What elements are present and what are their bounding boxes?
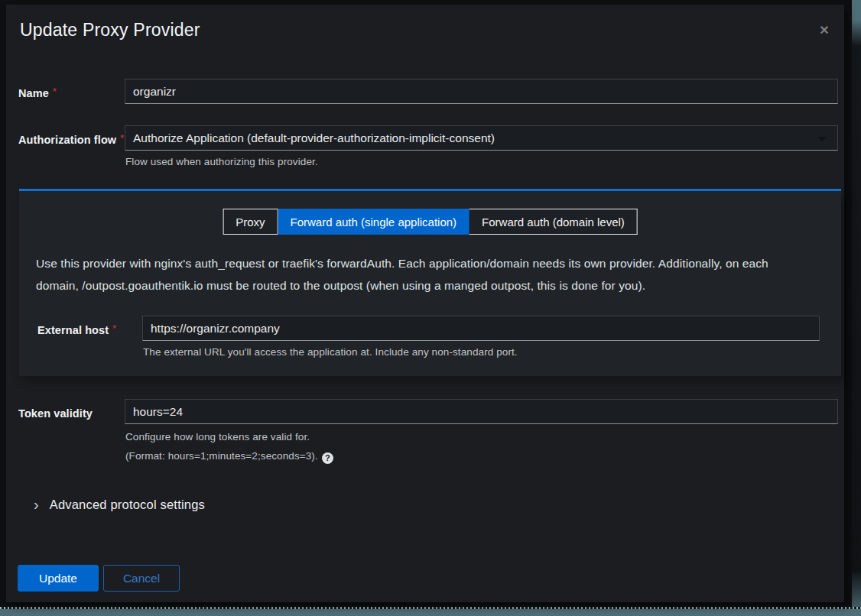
- token-validity-help-line2: (Format: hours=1;minutes=2;seconds=3).?: [125, 450, 333, 464]
- external-host-label-text: External host: [37, 324, 109, 336]
- authorization-flow-help: Flow used when authorizing this provider…: [125, 156, 318, 167]
- authorization-flow-select[interactable]: Authorize Application (default-provider-…: [125, 125, 838, 151]
- external-host-help: The external URL you'll access the appli…: [143, 346, 518, 358]
- external-host-input[interactable]: [142, 316, 820, 341]
- name-label: Name*: [18, 87, 57, 99]
- authorization-flow-label-text: Authorization flow: [18, 134, 116, 146]
- forward-auth-description: Use this provider with nginx's auth_requ…: [36, 252, 793, 297]
- name-label-text: Name: [18, 87, 49, 99]
- name-input[interactable]: [125, 79, 838, 104]
- token-validity-input[interactable]: [125, 399, 838, 424]
- screenshot-frame: Update Proxy Provider ✕ Name* Authorizat…: [0, 0, 861, 616]
- update-proxy-provider-modal: Update Proxy Provider ✕ Name* Authorizat…: [6, 5, 844, 602]
- token-validity-format-text: (Format: hours=1;minutes=2;seconds=3).: [125, 450, 318, 462]
- mode-toggle-proxy[interactable]: Proxy: [223, 209, 278, 235]
- question-circle-icon[interactable]: ?: [322, 452, 333, 464]
- close-icon[interactable]: ✕: [817, 23, 832, 38]
- required-asterisk: *: [120, 133, 124, 144]
- chevron-right-icon: ›: [34, 497, 39, 512]
- proxy-mode-card: Proxy Forward auth (single application) …: [19, 191, 841, 376]
- required-asterisk: *: [53, 86, 57, 97]
- external-host-label: External host*: [37, 324, 116, 336]
- mode-toggle-forward-auth-single[interactable]: Forward auth (single application): [278, 209, 469, 235]
- dropdown-caret-icon: [817, 137, 827, 141]
- token-validity-help-line1: Configure how long tokens are valid for.: [125, 431, 310, 443]
- modal-title: Update Proxy Provider: [20, 20, 200, 41]
- authorization-flow-selected-option: Authorize Application (default-provider-…: [133, 131, 495, 145]
- required-asterisk: *: [112, 323, 116, 334]
- desktop-edge-right: [852, 0, 861, 616]
- token-validity-label-text: Token validity: [18, 407, 93, 420]
- cancel-button[interactable]: Cancel: [103, 565, 180, 592]
- token-validity-label: Token validity: [18, 407, 93, 420]
- authorization-flow-label: Authorization flow*: [18, 134, 124, 146]
- advanced-protocol-settings-label: Advanced protocol settings: [50, 498, 205, 512]
- proxy-mode-toggle-group: Proxy Forward auth (single application) …: [223, 209, 638, 235]
- update-button[interactable]: Update: [18, 565, 99, 592]
- advanced-protocol-settings-toggle[interactable]: › Advanced protocol settings: [34, 497, 205, 512]
- desktop-edge-bottom: [0, 609, 861, 616]
- mode-toggle-forward-auth-domain[interactable]: Forward auth (domain level): [469, 209, 638, 235]
